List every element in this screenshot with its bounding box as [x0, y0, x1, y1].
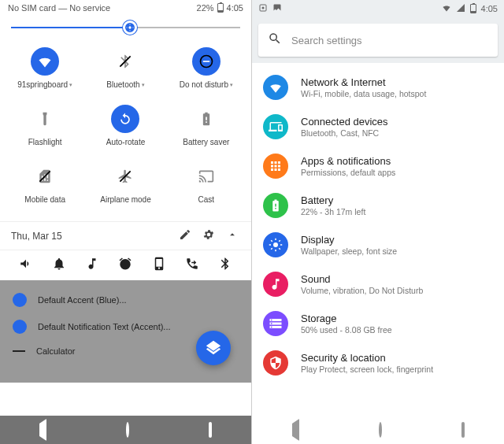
- search-placeholder: Search settings: [291, 35, 362, 46]
- volume-icon[interactable]: [19, 257, 33, 274]
- wifi-icon: [263, 75, 288, 100]
- settings-title: Apps & notifications: [301, 155, 395, 167]
- rotate-icon: [111, 105, 139, 133]
- date-label: Thu, Mar 15: [11, 231, 62, 242]
- notification-icons-row: [0, 250, 251, 280]
- storage-icon: [263, 311, 288, 336]
- bluetooth-app-icon[interactable]: [218, 257, 232, 274]
- nav-home[interactable]: [126, 424, 129, 436]
- wifi-icon: [31, 47, 59, 76]
- settings-subtitle: Play Protect, screen lock, fingerprint: [301, 364, 433, 374]
- signal-icon: [456, 3, 465, 14]
- bell-icon[interactable]: [52, 257, 66, 274]
- settings-item-wifi[interactable]: Network & InternetWi-Fi, mobile, data us…: [252, 68, 504, 107]
- search-icon: [268, 31, 282, 49]
- edit-icon[interactable]: [177, 228, 193, 243]
- settings-subtitle: 22% - 3h 17m left: [301, 207, 365, 216]
- settings-subtitle: 50% used - 8.08 GB free: [301, 325, 392, 335]
- settings-title: Connected devices: [301, 116, 388, 128]
- clock: 4:05: [227, 3, 243, 13]
- qs-tile-airplane[interactable]: Airplane mode: [85, 156, 165, 213]
- quick-settings-screen: No SIM card — No service 22% 4:05 91spri…: [0, 0, 252, 444]
- qs-label: Auto-rotate: [87, 138, 164, 146]
- qs-label: Do not disturb ▾: [168, 80, 245, 89]
- qs-label: Mobile data: [6, 195, 83, 204]
- settings-title: Network & Internet: [301, 76, 426, 88]
- nav-recent[interactable]: [209, 424, 212, 436]
- alarm-icon[interactable]: [118, 257, 132, 274]
- security-icon: [263, 350, 288, 376]
- brightness-icon: [263, 232, 288, 257]
- wifi-icon: [442, 3, 451, 14]
- qs-tile-flashlight[interactable]: Flashlight: [5, 98, 85, 156]
- background-app-dimmed: Default Accent (Blue)... Default Notific…: [0, 280, 251, 383]
- qs-label: Bluetooth ▾: [87, 80, 164, 89]
- svg-rect-7: [203, 61, 209, 62]
- qs-label: Airplane mode: [87, 195, 164, 204]
- phone-icon[interactable]: [152, 257, 166, 274]
- qs-tile-bluetooth[interactable]: Bluetooth ▾: [85, 41, 165, 98]
- settings-title: Display: [301, 234, 397, 246]
- svg-point-0: [129, 26, 132, 28]
- brightness-icon[interactable]: [123, 20, 137, 35]
- qs-label: Flashlight: [6, 138, 83, 146]
- settings-title: Storage: [301, 313, 392, 324]
- battery-icon: [217, 3, 224, 13]
- nav-bar: [0, 416, 251, 444]
- dnd-icon: [192, 47, 220, 76]
- airplane-icon: [111, 162, 139, 191]
- flashlight-icon: [31, 105, 59, 133]
- music-icon[interactable]: [85, 257, 99, 274]
- gear-icon[interactable]: [201, 228, 217, 243]
- list-item: Default Accent (Blue)...: [9, 287, 242, 313]
- qs-footer: Thu, Mar 15: [0, 221, 251, 250]
- settings-item-storage[interactable]: Storage50% used - 8.08 GB free: [252, 304, 504, 343]
- battery-percent: 22%: [197, 3, 214, 13]
- qs-tile-cast[interactable]: Cast: [166, 156, 246, 213]
- qs-tile-dnd[interactable]: Do not disturb ▾: [166, 41, 246, 98]
- qs-tile-sim[interactable]: Mobile data: [5, 156, 85, 213]
- svg-point-12: [273, 242, 278, 247]
- settings-list: Network & InternetWi-Fi, mobile, data us…: [252, 63, 504, 414]
- cast-icon: [192, 162, 220, 191]
- chevron-up-icon[interactable]: [224, 229, 240, 242]
- settings-item-security[interactable]: Security & locationPlay Protect, screen …: [252, 343, 504, 383]
- brightness-slider[interactable]: [0, 16, 251, 33]
- qs-tile-wifi[interactable]: 91springboard ▾: [5, 41, 85, 98]
- qs-label: Battery saver: [168, 138, 245, 146]
- qs-tile-rotate[interactable]: Auto-rotate: [85, 98, 165, 156]
- settings-screen: 4:05 Search settings Network & InternetW…: [252, 0, 504, 444]
- settings-item-brightness[interactable]: DisplayWallpaper, sleep, font size: [252, 225, 504, 265]
- battery-icon: [470, 4, 476, 13]
- call-down-icon[interactable]: [185, 257, 199, 274]
- bluetooth-icon: [111, 47, 139, 76]
- settings-subtitle: Wi-Fi, mobile, data usage, hotspot: [301, 89, 426, 98]
- sim-icon: [31, 162, 59, 191]
- settings-subtitle: Bluetooth, Cast, NFC: [301, 128, 388, 138]
- settings-item-devices[interactable]: Connected devicesBluetooth, Cast, NFC: [252, 107, 504, 146]
- sound-icon: [263, 272, 288, 297]
- nav-back[interactable]: [292, 424, 299, 436]
- status-bar: 4:05: [252, 0, 504, 17]
- settings-title: Security & location: [301, 352, 433, 364]
- notification-dot-icon: [258, 3, 268, 14]
- clock: 4:05: [481, 4, 498, 13]
- qs-tile-battery[interactable]: Battery saver: [166, 98, 246, 156]
- status-bar: No SIM card — No service 22% 4:05: [0, 0, 251, 16]
- battery-icon: [192, 105, 220, 133]
- fab-layers[interactable]: [196, 331, 231, 365]
- settings-subtitle: Wallpaper, sleep, font size: [301, 246, 397, 256]
- apps-icon: [263, 154, 288, 179]
- nav-back[interactable]: [39, 424, 46, 436]
- settings-item-battery[interactable]: Battery22% - 3h 17m left: [252, 186, 504, 225]
- search-settings[interactable]: Search settings: [258, 24, 498, 57]
- settings-item-sound[interactable]: SoundVolume, vibration, Do Not Disturb: [252, 265, 504, 304]
- svg-point-11: [262, 7, 265, 9]
- nav-home[interactable]: [379, 424, 382, 436]
- nav-recent[interactable]: [461, 424, 465, 436]
- settings-item-apps[interactable]: Apps & notificationsPermissions, default…: [252, 146, 504, 186]
- devices-icon: [263, 114, 288, 139]
- carrier-text: No SIM card — No service: [8, 3, 110, 13]
- nav-bar: [252, 416, 504, 444]
- qs-label: 91springboard ▾: [6, 80, 83, 89]
